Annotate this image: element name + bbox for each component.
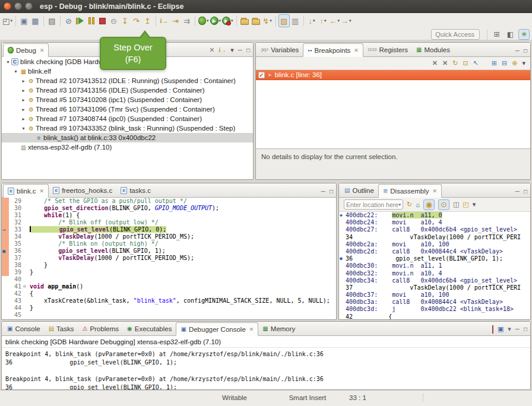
disconnect-button[interactable]: ⊝ [108, 14, 119, 27]
tab-modules[interactable]: ▦Modules [412, 43, 454, 56]
remove-all-breakpoints-icon[interactable]: ✕ [442, 59, 448, 67]
console-content[interactable]: blink checking [GDB Hardware Debugging] … [2, 336, 530, 389]
tab-console[interactable]: ▣Console [3, 322, 45, 335]
tab-memory[interactable]: ▦Memory [258, 322, 299, 335]
expand-all-icon[interactable]: ⊞ [492, 59, 497, 67]
tab-debug[interactable]: Debug ✕ [3, 43, 49, 57]
instruction-stepping-mode-icon[interactable]: i→ [219, 47, 227, 53]
annotation-margin[interactable] [2, 212, 9, 219]
close-tab-icon[interactable]: ✕ [354, 47, 359, 53]
disasm-line[interactable]: 42 { [339, 313, 530, 319]
suspend-button[interactable] [86, 14, 97, 27]
line-number[interactable]: 44 [9, 304, 23, 312]
pin-view-icon[interactable]: ◰ [463, 201, 468, 208]
expand-arrow-icon[interactable]: ▾ [20, 126, 27, 131]
debug-thread-tree[interactable]: ▾Cblink checking [GDB Hardware Debugging… [2, 57, 253, 179]
breakpoint-checkbox[interactable]: ✓ [258, 72, 265, 78]
line-number[interactable]: 41 [9, 283, 23, 290]
code-line[interactable]: 41⊖void app_main() [2, 283, 336, 290]
code-line[interactable]: 30 gpio_set_direction(BLINK_GPIO, GPIO_M… [2, 205, 336, 212]
terminate-console-icon[interactable] [492, 326, 493, 333]
maximize-icon[interactable]: □ [246, 47, 250, 53]
disasm-line[interactable]: 400dbc2a: movi a10, 100 [339, 241, 530, 248]
pin-editor-button[interactable]: ▥ [290, 14, 301, 27]
close-window-button[interactable] [4, 2, 11, 10]
select-default-icon[interactable]: ↖ [473, 59, 479, 67]
disasm-line[interactable]: 400dbc2d: call8 0x400844c4 <vTaskDelay> [339, 248, 530, 255]
line-number[interactable]: 34 [9, 233, 23, 240]
tab-problems[interactable]: ⚠Problems [78, 322, 124, 335]
line-number[interactable]: 42 [9, 290, 23, 297]
close-tab-icon[interactable]: ✕ [40, 188, 45, 194]
tab-disassembly[interactable]: ≣Disassembly✕ [378, 184, 442, 198]
next-annotation-button[interactable]: ↓▾ [306, 14, 318, 27]
code-line[interactable]: 45 [2, 312, 336, 319]
debug-tree-item[interactable]: ▸⚙Thread #7 1073408744 (ipc0) (Suspended… [2, 114, 253, 123]
code-line[interactable]: 38 } [2, 262, 336, 269]
code-line[interactable]: 29 /* Set the GPIO as a push/pull output… [2, 198, 336, 205]
line-number[interactable]: 38 [9, 262, 23, 269]
disasm-line[interactable]: 400dbc34: call8 0x400dc6b4 <gpio_set_lev… [339, 277, 530, 284]
print-button[interactable]: ▤ [46, 14, 58, 27]
home-icon[interactable]: ⌂ [416, 201, 420, 208]
link-with-debug-icon[interactable]: ⊕ [512, 59, 517, 67]
maximize-icon[interactable]: □ [330, 188, 333, 195]
terminate-button[interactable] [97, 14, 108, 27]
tab-debugger-console[interactable]: ▣Debugger Console✕ [176, 322, 258, 336]
tab-tasks-c[interactable]: ctasks.c [116, 183, 155, 197]
remove-terminated-icon[interactable]: ✕ [209, 46, 214, 54]
annotation-margin[interactable]: → [2, 226, 9, 233]
view-menu-icon[interactable]: ▾ [473, 201, 476, 208]
annotation-margin[interactable] [2, 240, 9, 248]
debug-tree-item[interactable]: ▸⚙Thread #3 1073413156 (IDLE) (Suspended… [2, 85, 253, 95]
code-editor[interactable]: 29 /* Set the GPIO as a push/pull output… [2, 198, 336, 319]
reverse-debugging-button[interactable]: ⇉ [181, 14, 192, 27]
debug-tree-item[interactable]: ≡blink_task() at blink.c:33 0x400dbc22 [2, 133, 253, 142]
tab-blink-c[interactable]: cblink.c✕ [3, 184, 49, 198]
maximize-icon[interactable]: □ [524, 188, 527, 195]
maximize-icon[interactable]: □ [524, 47, 527, 54]
line-number[interactable]: 31 [9, 212, 23, 219]
minimize-icon[interactable]: ─ [321, 188, 325, 195]
annotation-margin[interactable] [2, 205, 9, 212]
maximize-icon[interactable]: □ [524, 326, 527, 332]
new-view-icon[interactable]: ◫ [453, 201, 459, 208]
open-resource-button[interactable] [251, 14, 262, 27]
disasm-line[interactable]: ●36 gpio_set_level(BLINK_GPIO, 1); [339, 255, 530, 262]
tab-breakpoints[interactable]: ●●Breakpoints✕ [303, 43, 363, 57]
annotation-margin[interactable] [2, 269, 9, 276]
disasm-line[interactable]: 400dbc3a: call8 0x400844c4 <vTaskDelay> [339, 299, 530, 306]
code-line[interactable]: ●36 gpio_set_level(BLINK_GPIO, 1); [2, 248, 336, 255]
remove-breakpoint-icon[interactable]: ✕ [432, 59, 438, 67]
annotation-margin[interactable] [2, 304, 9, 312]
expand-arrow-icon[interactable]: ▸ [20, 116, 27, 122]
quick-access-field[interactable]: Quick Access [431, 29, 480, 40]
track-expression-toggle[interactable]: ⊙ [438, 199, 449, 210]
view-menu-icon[interactable]: ▾ [522, 59, 525, 67]
tab-registers[interactable]: 1010Registers [363, 43, 412, 56]
step-over-button[interactable]: ↷ [131, 14, 142, 27]
close-tab-icon[interactable]: ✕ [249, 326, 254, 332]
save-button[interactable]: ▣ [18, 14, 30, 27]
code-line[interactable]: 31 while(1) { [2, 212, 336, 219]
close-tab-icon[interactable]: ✕ [40, 47, 45, 53]
disasm-line[interactable]: 400dbc27: call8 0x400dc6b4 <gpio_set_lev… [339, 226, 530, 233]
expand-arrow-icon[interactable]: ▸ [20, 97, 27, 103]
save-all-button[interactable]: ▦ [30, 14, 41, 27]
open-perspective-button[interactable]: ⊞ [491, 29, 502, 40]
resume-button[interactable] [74, 14, 86, 27]
annotation-margin[interactable] [2, 198, 9, 205]
code-line[interactable]: 35 /* Blink on (output high) */ [2, 240, 336, 248]
code-line[interactable]: 32 /* Blink off (output low) */ [2, 219, 336, 226]
use-step-filters-button[interactable]: ⇥ [170, 14, 181, 27]
back-button[interactable]: ←▾ [329, 14, 341, 27]
minimize-icon[interactable]: ─ [515, 47, 520, 54]
display-console-icon[interactable]: ▣ [498, 325, 504, 333]
fold-marker-icon[interactable]: ⊖ [23, 283, 28, 290]
minimize-icon[interactable]: ─ [515, 188, 520, 195]
previous-annotation-button[interactable]: ↑▾ [318, 14, 329, 27]
open-type-button[interactable] [239, 14, 251, 27]
line-number[interactable]: 40 [9, 276, 23, 283]
new-wizard-button[interactable]: ◰▾ [2, 14, 13, 27]
disasm-line[interactable]: 34 vTaskDelay(1000 / portTICK_PERI [339, 234, 530, 241]
